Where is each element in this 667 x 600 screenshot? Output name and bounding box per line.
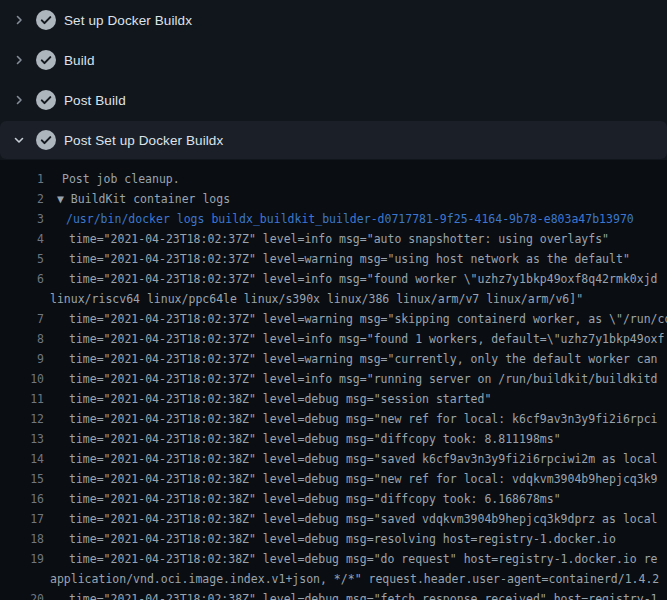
chevron-right-icon bbox=[12, 54, 26, 66]
log-line: 8time="2021-04-23T18:02:37Z" level=info … bbox=[0, 329, 667, 349]
log-line: 2▼ BuildKit container logs bbox=[0, 189, 667, 209]
log-line: 5time="2021-04-23T18:02:37Z" level=warni… bbox=[0, 249, 667, 269]
line-number[interactable]: 1 bbox=[0, 169, 50, 189]
step-title: Post Build bbox=[64, 93, 126, 108]
check-circle-icon bbox=[36, 90, 56, 110]
log-line: 1Post job cleanup. bbox=[0, 169, 667, 189]
log-text: ▼ BuildKit container logs bbox=[50, 189, 667, 209]
log-text: linux/riscv64 linux/ppc64le linux/s390x … bbox=[50, 289, 667, 309]
log-text: time="2021-04-23T18:02:37Z" level=warnin… bbox=[50, 309, 667, 329]
log-line: 17time="2021-04-23T18:02:38Z" level=debu… bbox=[0, 509, 667, 529]
line-number[interactable]: 14 bbox=[0, 449, 50, 469]
step-title: Build bbox=[64, 53, 95, 68]
line-number[interactable] bbox=[0, 569, 50, 589]
log-text: time="2021-04-23T18:02:38Z" level=debug … bbox=[50, 529, 667, 549]
step-row-post-set-up-docker-buildx[interactable]: Post Set up Docker Buildx bbox=[0, 121, 667, 159]
line-number[interactable]: 5 bbox=[0, 249, 50, 269]
log-text: time="2021-04-23T18:02:37Z" level=info m… bbox=[50, 269, 667, 289]
line-number[interactable]: 20 bbox=[0, 589, 50, 600]
line-number[interactable]: 7 bbox=[0, 309, 50, 329]
chevron-right-icon bbox=[12, 14, 26, 26]
chevron-down-icon bbox=[12, 134, 26, 146]
log-text: time="2021-04-23T18:02:38Z" level=debug … bbox=[50, 409, 667, 429]
line-number[interactable]: 19 bbox=[0, 549, 50, 569]
step-title: Post Set up Docker Buildx bbox=[64, 133, 223, 148]
log-group-expander-icon[interactable]: ▼ bbox=[57, 192, 71, 206]
log-text: time="2021-04-23T18:02:37Z" level=info m… bbox=[50, 329, 667, 349]
log-line: 16time="2021-04-23T18:02:38Z" level=debu… bbox=[0, 489, 667, 509]
log-text: time="2021-04-23T18:02:37Z" level=info m… bbox=[50, 229, 667, 249]
log-text: time="2021-04-23T18:02:38Z" level=debug … bbox=[50, 589, 667, 600]
log-text: time="2021-04-23T18:02:37Z" level=info m… bbox=[50, 369, 667, 389]
log-text: time="2021-04-23T18:02:38Z" level=debug … bbox=[50, 449, 667, 469]
log-text: application/vnd.oci.image.index.v1+json,… bbox=[50, 569, 667, 589]
line-number[interactable]: 8 bbox=[0, 329, 50, 349]
step-row-build[interactable]: Build bbox=[0, 40, 667, 80]
log-line: 10time="2021-04-23T18:02:37Z" level=info… bbox=[0, 369, 667, 389]
line-number[interactable]: 13 bbox=[0, 429, 50, 449]
line-number[interactable]: 6 bbox=[0, 269, 50, 289]
log-text: time="2021-04-23T18:02:38Z" level=debug … bbox=[50, 469, 667, 489]
log-line: 20time="2021-04-23T18:02:38Z" level=debu… bbox=[0, 589, 667, 600]
log-text: time="2021-04-23T18:02:38Z" level=debug … bbox=[50, 489, 667, 509]
line-number[interactable]: 9 bbox=[0, 349, 50, 369]
line-number[interactable]: 2 bbox=[0, 189, 50, 209]
log-line: 12time="2021-04-23T18:02:38Z" level=debu… bbox=[0, 409, 667, 429]
line-number[interactable]: 18 bbox=[0, 529, 50, 549]
line-number[interactable] bbox=[0, 289, 50, 309]
line-number[interactable]: 15 bbox=[0, 469, 50, 489]
step-row-post-build[interactable]: Post Build bbox=[0, 80, 667, 120]
log-text: time="2021-04-23T18:02:38Z" level=debug … bbox=[50, 389, 667, 409]
step-row-set-up-docker-buildx[interactable]: Set up Docker Buildx bbox=[0, 0, 667, 40]
log-line: linux/riscv64 linux/ppc64le linux/s390x … bbox=[0, 289, 667, 309]
log-line: 11time="2021-04-23T18:02:38Z" level=debu… bbox=[0, 389, 667, 409]
line-number[interactable]: 4 bbox=[0, 229, 50, 249]
log-line: 6time="2021-04-23T18:02:37Z" level=info … bbox=[0, 269, 667, 289]
log-text: Post job cleanup. bbox=[50, 169, 667, 189]
log-text: time="2021-04-23T18:02:37Z" level=warnin… bbox=[50, 249, 667, 269]
step-title: Set up Docker Buildx bbox=[64, 13, 192, 28]
log-text: time="2021-04-23T18:02:38Z" level=debug … bbox=[50, 549, 667, 569]
log-text: time="2021-04-23T18:02:38Z" level=debug … bbox=[50, 429, 667, 449]
line-number[interactable]: 10 bbox=[0, 369, 50, 389]
line-number[interactable]: 11 bbox=[0, 389, 50, 409]
log-line: 14time="2021-04-23T18:02:38Z" level=debu… bbox=[0, 449, 667, 469]
log-text: time="2021-04-23T18:02:38Z" level=debug … bbox=[50, 509, 667, 529]
log-line: 13time="2021-04-23T18:02:38Z" level=debu… bbox=[0, 429, 667, 449]
steps-list: Set up Docker Buildx Build Post Build Po… bbox=[0, 0, 667, 160]
log-line: 3/usr/bin/docker logs buildx_buildkit_bu… bbox=[0, 209, 667, 229]
log-text: time="2021-04-23T18:02:37Z" level=warnin… bbox=[50, 349, 667, 369]
log-line: application/vnd.oci.image.index.v1+json,… bbox=[0, 569, 667, 589]
log-viewer: 1Post job cleanup.2▼ BuildKit container … bbox=[0, 160, 667, 600]
log-line: 4time="2021-04-23T18:02:37Z" level=info … bbox=[0, 229, 667, 249]
log-line: 15time="2021-04-23T18:02:38Z" level=debu… bbox=[0, 469, 667, 489]
log-line: 9time="2021-04-23T18:02:37Z" level=warni… bbox=[0, 349, 667, 369]
log-line: 7time="2021-04-23T18:02:37Z" level=warni… bbox=[0, 309, 667, 329]
check-circle-icon bbox=[36, 130, 56, 150]
check-circle-icon bbox=[36, 10, 56, 30]
chevron-right-icon bbox=[12, 94, 26, 106]
line-number[interactable]: 17 bbox=[0, 509, 50, 529]
command-text: /usr/bin/docker logs buildx_buildkit_bui… bbox=[50, 209, 667, 229]
line-number[interactable]: 3 bbox=[0, 209, 50, 229]
log-line: 18time="2021-04-23T18:02:38Z" level=debu… bbox=[0, 529, 667, 549]
check-circle-icon bbox=[36, 50, 56, 70]
log-line: 19time="2021-04-23T18:02:38Z" level=debu… bbox=[0, 549, 667, 569]
line-number[interactable]: 16 bbox=[0, 489, 50, 509]
log-lines: 1Post job cleanup.2▼ BuildKit container … bbox=[0, 169, 667, 600]
line-number[interactable]: 12 bbox=[0, 409, 50, 429]
